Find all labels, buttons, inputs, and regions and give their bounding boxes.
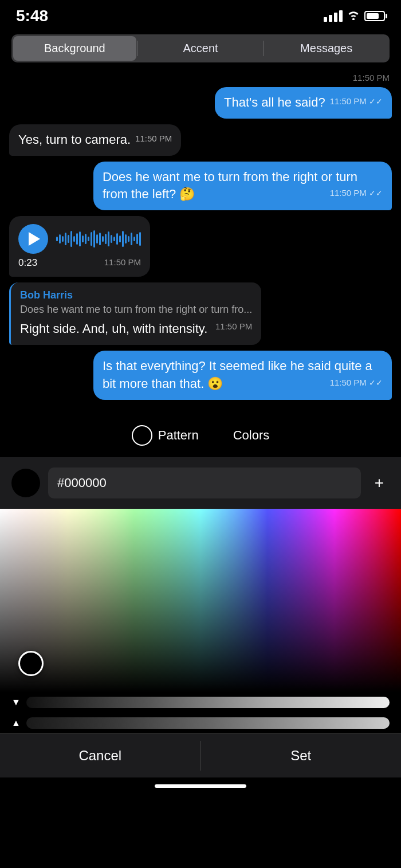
- wave-bar: [108, 231, 109, 246]
- tab-background[interactable]: Background: [13, 36, 136, 61]
- message-row: Bob Harris Does he want me to turn from …: [9, 282, 392, 345]
- slider-arrow-up-icon: ▲: [11, 718, 21, 728]
- message-bubble-outgoing: That's all he said? 11:50 PM ✓✓: [215, 87, 392, 119]
- wave-bar: [59, 234, 61, 243]
- wave-bar: [113, 237, 115, 241]
- wave-bar: [68, 235, 69, 243]
- wave-bar: [133, 237, 135, 241]
- message-row: Is that everything? It seemed like he sa…: [9, 351, 392, 400]
- home-bar: [155, 784, 246, 788]
- wave-bar: [85, 234, 87, 244]
- segment-control: Background Accent Messages: [11, 34, 390, 62]
- wave-bar: [128, 236, 129, 242]
- message-time: 11:50 PM: [135, 133, 172, 143]
- hex-input[interactable]: [48, 468, 361, 498]
- reply-preview: Does he want me to turn from the right o…: [20, 304, 252, 316]
- reply-text: Right side. And, uh, with intensity. 11:…: [20, 320, 252, 338]
- message-row: Does he want me to turn from the right o…: [9, 162, 392, 211]
- colors-label: Colors: [233, 428, 270, 443]
- hue-slider[interactable]: [26, 717, 390, 729]
- set-button[interactable]: Set: [201, 734, 402, 777]
- message-time: 11:50 PM ✓✓: [330, 96, 383, 106]
- chat-timestamp-top: 11:50 PM: [9, 73, 392, 83]
- wave-bar: [125, 234, 127, 243]
- color-swatch[interactable]: [11, 469, 40, 497]
- wave-bar: [105, 234, 107, 244]
- wave-bar: [102, 236, 104, 242]
- pattern-option[interactable]: Pattern: [132, 425, 199, 446]
- wave-bar: [79, 231, 81, 246]
- slider-arrow-down-icon: ▼: [11, 697, 21, 708]
- wave-bar: [88, 237, 89, 241]
- wave-bar: [116, 233, 118, 245]
- wave-bar: [65, 233, 66, 245]
- reply-time: 11:50 PM: [215, 320, 252, 332]
- wave-bar: [70, 231, 72, 247]
- status-icons: [324, 10, 385, 23]
- add-color-button[interactable]: +: [369, 473, 390, 493]
- battery-icon: [364, 11, 385, 21]
- pattern-label: Pattern: [158, 428, 199, 443]
- wave-bar: [111, 235, 112, 243]
- voice-message-bubble: 0:23 11:50 PM: [9, 216, 150, 277]
- brightness-slider[interactable]: [26, 697, 390, 708]
- voice-meta: 0:23 11:50 PM: [18, 257, 141, 269]
- message-time: 11:50 PM ✓✓: [330, 378, 383, 387]
- wave-bar: [62, 236, 64, 242]
- hue-slider-row: ▲: [0, 713, 401, 733]
- message-bubble-outgoing: Is that everything? It seemed like he sa…: [93, 351, 392, 400]
- home-indicator: [0, 777, 401, 799]
- bottom-actions: Cancel Set: [0, 733, 401, 777]
- voice-duration: 0:23: [18, 257, 37, 269]
- message-time: 11:50 PM ✓✓: [330, 188, 383, 198]
- reply-message-bubble: Bob Harris Does he want me to turn from …: [9, 282, 261, 345]
- hex-row: +: [0, 457, 401, 509]
- message-text: Yes, turn to camera.: [18, 132, 131, 147]
- tab-accent[interactable]: Accent: [139, 36, 262, 61]
- message-row: 0:23 11:50 PM: [9, 216, 392, 277]
- reply-sender: Bob Harris: [20, 289, 252, 301]
- play-icon: [29, 232, 40, 246]
- signal-bars-icon: [324, 10, 343, 22]
- voice-time: 11:50 PM: [104, 257, 141, 269]
- message-text: That's all he said?: [224, 95, 325, 109]
- wave-bar: [56, 237, 58, 241]
- play-button[interactable]: [18, 224, 48, 254]
- checkmark-icon: ✓✓: [369, 188, 383, 198]
- wave-bar: [122, 231, 124, 247]
- wave-bar: [93, 230, 95, 248]
- segment-divider-2: [263, 41, 264, 56]
- wave-bar: [136, 234, 138, 244]
- status-bar: 5:48: [0, 0, 401, 30]
- color-picker-section: +: [0, 457, 401, 692]
- message-row: That's all he said? 11:50 PM ✓✓: [9, 87, 392, 119]
- voice-row: [18, 224, 141, 254]
- wifi-icon: [347, 10, 360, 23]
- color-gradient-picker[interactable]: [0, 509, 401, 692]
- pattern-circle-icon: [132, 425, 152, 446]
- message-bubble-outgoing: Does he want me to turn from the right o…: [93, 162, 392, 211]
- cancel-button[interactable]: Cancel: [0, 734, 200, 777]
- checkmark-icon: ✓✓: [369, 97, 383, 106]
- brightness-slider-row: ▼: [0, 692, 401, 713]
- wave-bar: [73, 236, 75, 242]
- message-bubble-incoming: Yes, turn to camera. 11:50 PM: [9, 124, 181, 156]
- tab-messages[interactable]: Messages: [265, 36, 388, 61]
- wave-bar: [131, 233, 132, 245]
- status-time: 5:48: [16, 7, 48, 25]
- picker-cursor[interactable]: [18, 651, 44, 676]
- segment-divider-1: [137, 41, 138, 56]
- wave-bar: [76, 233, 78, 245]
- wave-bar: [139, 232, 141, 246]
- wave-bar: [82, 235, 84, 242]
- message-text: Does he want me to turn from the right o…: [103, 170, 357, 202]
- chat-area: 11:50 PM That's all he said? 11:50 PM ✓✓…: [0, 67, 401, 411]
- slider-area: ▼ ▲: [0, 692, 401, 733]
- wave-bar: [91, 232, 92, 246]
- wave-bar: [99, 233, 101, 245]
- checkmark-icon: ✓✓: [369, 378, 383, 387]
- waveform: [56, 230, 141, 248]
- colors-option[interactable]: Colors: [233, 428, 270, 443]
- wave-bar: [119, 235, 121, 242]
- options-row: Pattern Colors: [0, 411, 401, 457]
